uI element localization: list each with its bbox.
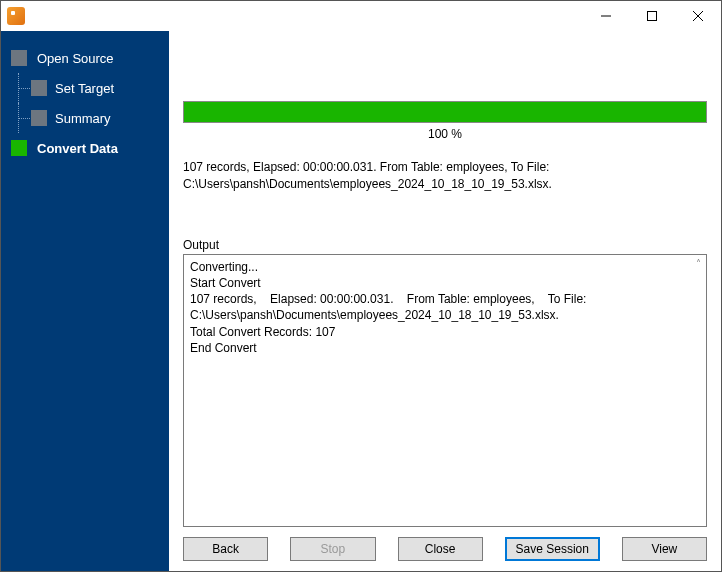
progress-bar (183, 101, 707, 123)
app-window: Open Source Set Target Summary Convert D… (0, 0, 722, 572)
maximize-button[interactable] (629, 1, 675, 31)
status-text: 107 records, Elapsed: 00:00:00.031. From… (183, 159, 707, 194)
step-box-icon (31, 110, 47, 126)
app-icon (7, 7, 25, 25)
back-button[interactable]: Back (183, 537, 268, 561)
status-line: C:\Users\pansh\Documents\employees_2024_… (183, 176, 707, 193)
nav-label: Set Target (55, 81, 114, 96)
nav-convert-data[interactable]: Convert Data (1, 133, 169, 163)
nav-label: Open Source (37, 51, 114, 66)
wizard-sidebar: Open Source Set Target Summary Convert D… (1, 31, 169, 571)
stop-button: Stop (290, 537, 375, 561)
step-box-icon (11, 50, 27, 66)
nav-set-target[interactable]: Set Target (1, 73, 169, 103)
svg-rect-1 (648, 12, 657, 21)
nav-summary[interactable]: Summary (1, 103, 169, 133)
minimize-button[interactable] (583, 1, 629, 31)
titlebar (1, 1, 721, 31)
view-button[interactable]: View (622, 537, 707, 561)
output-textbox[interactable]: Converting... Start Convert 107 records,… (183, 254, 707, 527)
output-label: Output (183, 238, 707, 252)
window-controls (583, 1, 721, 31)
nav-open-source[interactable]: Open Source (1, 43, 169, 73)
step-box-icon (11, 140, 27, 156)
close-window-button[interactable] (675, 1, 721, 31)
nav-label: Summary (55, 111, 111, 126)
save-session-button[interactable]: Save Session (505, 537, 600, 561)
progress-percent: 100 % (183, 127, 707, 141)
main-panel: 100 % 107 records, Elapsed: 00:00:00.031… (169, 31, 721, 571)
button-row: Back Stop Close Save Session View (183, 527, 707, 563)
nav-label: Convert Data (37, 141, 118, 156)
step-box-icon (31, 80, 47, 96)
status-line: 107 records, Elapsed: 00:00:00.031. From… (183, 159, 707, 176)
output-content: Converting... Start Convert 107 records,… (190, 260, 590, 355)
progress-fill (184, 102, 706, 122)
close-button[interactable]: Close (398, 537, 483, 561)
scroll-up-icon: ˄ (692, 257, 704, 269)
